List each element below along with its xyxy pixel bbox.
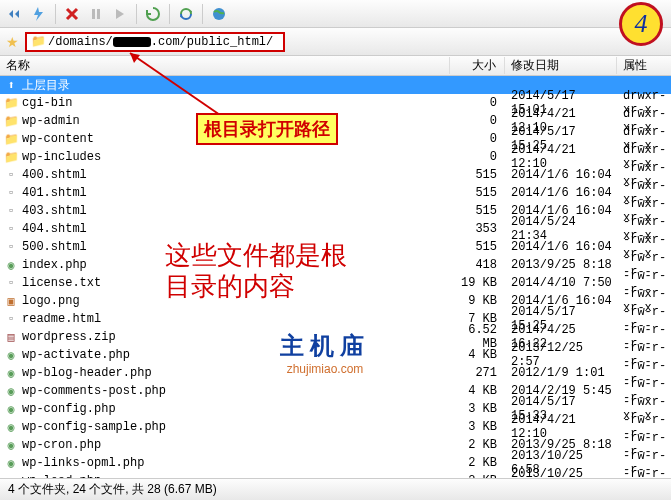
folder-icon: 📁 [3, 95, 19, 111]
favorite-icon[interactable]: ★ [6, 34, 19, 50]
file-name: wp-config.php [22, 402, 450, 416]
file-size: 515 [450, 204, 505, 218]
refresh-button[interactable] [175, 3, 197, 25]
connect-button[interactable] [4, 3, 26, 25]
column-headers: 名称 大小 修改日期 属性 [0, 56, 671, 76]
play-button[interactable] [109, 3, 131, 25]
file-row[interactable]: ▫401.shtml5152014/1/6 16:04-rwxr-xr-x [0, 184, 671, 202]
file-icon: ▫ [3, 167, 19, 183]
file-name: wp-comments-post.php [22, 384, 450, 398]
separator [169, 4, 170, 24]
file-date: 2012/1/9 1:01 [505, 366, 617, 380]
file-size: 6.52 MB [450, 323, 505, 351]
image-icon: ▣ [3, 293, 19, 309]
file-name: wp-config-sample.php [22, 420, 450, 434]
php-icon: ◉ [3, 365, 19, 381]
file-size: 418 [450, 258, 505, 272]
file-name: cgi-bin [22, 96, 450, 110]
file-row[interactable]: ▫404.shtml3532014/5/24 21:34-rwxr-xr-x [0, 220, 671, 238]
file-name: wp-links-opml.php [22, 456, 450, 470]
file-name: readme.html [22, 312, 450, 326]
status-bar: 4 个文件夹, 24 个文件, 共 28 (6.67 MB) [0, 478, 671, 500]
globe-button[interactable] [208, 3, 230, 25]
file-name: wp-activate.php [22, 348, 450, 362]
file-icon: ▫ [3, 311, 19, 327]
file-size: 271 [450, 366, 505, 380]
file-attr: -rw-r--r-- [617, 467, 671, 478]
php-icon: ◉ [3, 455, 19, 471]
file-size: 0 [450, 132, 505, 146]
file-date: 2014/1/6 16:04 [505, 240, 617, 254]
file-icon: ▫ [3, 239, 19, 255]
file-date: 2014/4/21 12:10 [505, 143, 617, 171]
step-badge: 4 [619, 2, 663, 46]
up-icon: ⬆ [3, 77, 19, 93]
file-size: 515 [450, 168, 505, 182]
folder-icon: 📁 [3, 149, 19, 165]
file-size: 19 KB [450, 276, 505, 290]
file-size: 515 [450, 240, 505, 254]
file-row[interactable]: 📁wp-includes02014/4/21 12:10drwxr-xr-x [0, 148, 671, 166]
path-annotation: 根目录打开路径 [196, 113, 338, 145]
file-size: 0 [450, 96, 505, 110]
folder-icon: 📁 [31, 34, 46, 49]
log-button[interactable] [142, 3, 164, 25]
parent-dir-label: 上层目录 [22, 77, 450, 94]
php-icon: ◉ [3, 257, 19, 273]
file-date: 2013/9/25 8:18 [505, 258, 617, 272]
pause-button[interactable] [85, 3, 107, 25]
col-name[interactable]: 名称 [0, 57, 450, 74]
php-icon: ◉ [3, 401, 19, 417]
file-size: 2 KB [450, 456, 505, 470]
file-size: 4 KB [450, 384, 505, 398]
folder-icon: 📁 [3, 131, 19, 147]
path-suffix: .com/public_html/ [151, 35, 273, 49]
col-size[interactable]: 大小 [450, 57, 505, 74]
file-size: 515 [450, 186, 505, 200]
separator [136, 4, 137, 24]
zip-icon: ▤ [3, 329, 19, 345]
file-name: 401.shtml [22, 186, 450, 200]
separator [202, 4, 203, 24]
main-toolbar [0, 0, 671, 28]
file-date: 2014/1/6 16:04 [505, 186, 617, 200]
status-text: 4 个文件夹, 24 个文件, 共 28 (6.67 MB) [8, 481, 217, 498]
cancel-button[interactable] [61, 3, 83, 25]
file-name: wp-cron.php [22, 438, 450, 452]
file-row[interactable]: ◉wp-config-sample.php3 KB2014/4/21 12:10… [0, 418, 671, 436]
folder-icon: 📁 [3, 113, 19, 129]
file-size: 2 KB [450, 438, 505, 452]
file-name: wordpress.zip [22, 330, 450, 344]
file-icon: ▫ [3, 185, 19, 201]
file-size: 9 KB [450, 294, 505, 308]
file-date: 2014/4/21 12:10 [505, 413, 617, 441]
file-icon: ▫ [3, 275, 19, 291]
col-attr[interactable]: 属性 [617, 57, 671, 74]
flash-button[interactable] [28, 3, 50, 25]
file-size: 0 [450, 114, 505, 128]
file-name: wp-blog-header.php [22, 366, 450, 380]
file-size: 3 KB [450, 402, 505, 416]
file-date: 2013/10/25 6:58 [505, 467, 617, 478]
file-name: wp-includes [22, 150, 450, 164]
watermark: 主机庙 zhujimiao.com [280, 330, 370, 376]
col-date[interactable]: 修改日期 [505, 57, 617, 74]
php-icon: ◉ [3, 383, 19, 399]
file-size: 353 [450, 222, 505, 236]
php-icon: ◉ [3, 419, 19, 435]
file-name: 403.shtml [22, 204, 450, 218]
file-date: 2014/4/10 7:50 [505, 276, 617, 290]
php-icon: ◉ [3, 437, 19, 453]
path-input[interactable]: 📁 /domains/.com/public_html/ [25, 32, 285, 52]
file-name: 400.shtml [22, 168, 450, 182]
address-bar: ★ 📁 /domains/.com/public_html/ [0, 28, 671, 56]
file-date: 2013/12/25 2:57 [505, 341, 617, 369]
svg-rect-0 [92, 9, 95, 19]
file-size: 3 KB [450, 420, 505, 434]
file-name: 404.shtml [22, 222, 450, 236]
file-icon: ▫ [3, 203, 19, 219]
php-icon: ◉ [3, 347, 19, 363]
file-row[interactable]: ▫400.shtml5152014/1/6 16:04-rwxr-xr-x [0, 166, 671, 184]
separator [55, 4, 56, 24]
file-date: 2014/5/24 21:34 [505, 215, 617, 243]
